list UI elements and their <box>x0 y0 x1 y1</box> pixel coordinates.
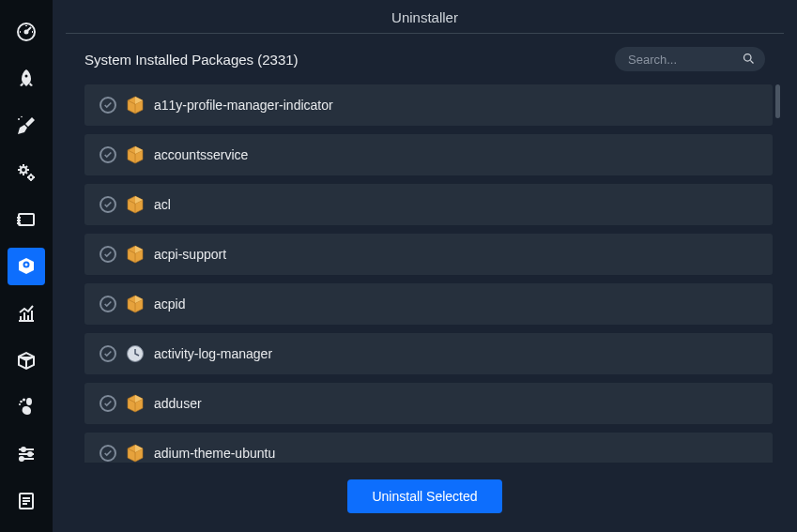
footer: Uninstall Selected <box>66 463 784 532</box>
package-icon <box>126 295 145 313</box>
package-icon <box>126 394 145 413</box>
package-row[interactable]: acl <box>84 184 773 225</box>
check-circle-icon[interactable] <box>100 296 116 312</box>
svg-point-10 <box>26 398 32 405</box>
package-icon <box>126 195 145 214</box>
svg-point-2 <box>25 75 28 78</box>
package-row[interactable]: activity-log-manager <box>84 333 773 374</box>
svg-point-1 <box>25 31 28 34</box>
section-title: System Installed Packages (2331) <box>84 52 299 68</box>
svg-point-6 <box>29 175 33 179</box>
gauge-icon <box>15 21 38 43</box>
svg-point-11 <box>23 398 25 401</box>
svg-point-14 <box>22 448 25 451</box>
sliders-icon <box>15 443 38 465</box>
clock-icon <box>126 344 145 363</box>
sidebar-item-uninstaller[interactable] <box>8 248 45 285</box>
package-name: activity-log-manager <box>154 346 272 361</box>
search-wrap <box>615 47 765 71</box>
search-icon <box>742 52 756 66</box>
package-name: a11y-profile-manager-indicator <box>154 98 333 113</box>
sidebar-item-log[interactable] <box>8 482 45 520</box>
package-name: accountsservice <box>154 147 248 162</box>
svg-point-18 <box>744 54 752 62</box>
broom-icon <box>15 114 38 137</box>
sidebar-item-cleaner[interactable] <box>8 107 45 144</box>
header-row: System Installed Packages (2331) <box>66 47 784 84</box>
check-circle-icon[interactable] <box>100 146 116 163</box>
package-row[interactable]: accountsservice <box>84 134 773 175</box>
package-icon <box>126 245 145 264</box>
svg-rect-7 <box>19 214 34 225</box>
sidebar-item-gnome[interactable] <box>8 388 45 426</box>
svg-point-4 <box>21 116 23 118</box>
package-name: acpi-support <box>154 247 226 262</box>
sidebar <box>0 0 53 532</box>
main-panel: Uninstaller System Installed Packages (2… <box>53 0 797 532</box>
svg-point-3 <box>18 118 20 120</box>
package-name: acpid <box>154 296 185 312</box>
package-name: adium-theme-ubuntu <box>154 446 275 461</box>
package-row[interactable]: acpid <box>84 283 773 325</box>
package-row[interactable]: adduser <box>84 383 773 424</box>
package-list: a11y-profile-manager-indicatoraccountsse… <box>66 84 784 463</box>
package-name: adduser <box>154 396 202 411</box>
svg-point-13 <box>19 403 21 405</box>
gears-icon <box>15 161 38 184</box>
package-icon <box>126 96 145 114</box>
log-icon <box>15 490 38 512</box>
package-eye-icon <box>15 255 38 278</box>
scrollbar[interactable] <box>775 84 780 118</box>
uninstall-button[interactable]: Uninstall Selected <box>347 479 501 513</box>
package-row[interactable]: acpi-support <box>84 234 773 275</box>
sidebar-item-services[interactable] <box>8 154 45 191</box>
check-circle-icon[interactable] <box>100 395 116 412</box>
sidebar-item-startup[interactable] <box>8 60 45 98</box>
sidebar-item-apt[interactable] <box>8 342 45 379</box>
box-icon <box>15 349 38 372</box>
package-name: acl <box>154 197 171 212</box>
svg-point-15 <box>28 452 32 456</box>
check-circle-icon[interactable] <box>100 445 116 462</box>
window-icon <box>15 208 38 231</box>
svg-point-16 <box>20 457 23 461</box>
sidebar-item-settings[interactable] <box>8 435 45 473</box>
svg-point-12 <box>20 401 23 403</box>
page-title: Uninstaller <box>66 0 784 34</box>
package-icon <box>126 444 145 463</box>
foot-icon <box>15 396 38 418</box>
svg-point-9 <box>25 264 28 266</box>
check-circle-icon[interactable] <box>100 345 116 362</box>
package-row[interactable]: adium-theme-ubuntu <box>84 433 773 463</box>
check-circle-icon[interactable] <box>100 97 116 114</box>
sidebar-item-dashboard[interactable] <box>8 13 45 51</box>
check-circle-icon[interactable] <box>100 196 116 213</box>
svg-point-5 <box>21 167 26 173</box>
sidebar-item-process[interactable] <box>8 201 45 238</box>
rocket-icon <box>15 68 38 90</box>
check-circle-icon[interactable] <box>100 246 116 263</box>
package-icon <box>126 145 145 164</box>
package-row[interactable]: a11y-profile-manager-indicator <box>84 84 773 126</box>
sidebar-item-resources[interactable] <box>8 295 45 332</box>
chart-icon <box>15 302 38 325</box>
